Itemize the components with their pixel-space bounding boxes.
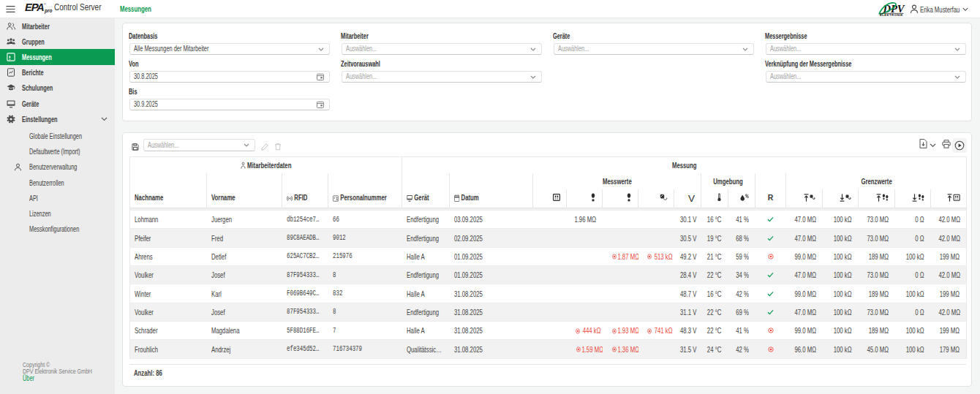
- svg-text:EPA: EPA: [24, 1, 46, 13]
- svg-text:pro: pro: [44, 8, 53, 14]
- svg-text:ELEKTRONIK: ELEKTRONIK: [880, 13, 903, 17]
- svg-text:®: ®: [44, 2, 46, 6]
